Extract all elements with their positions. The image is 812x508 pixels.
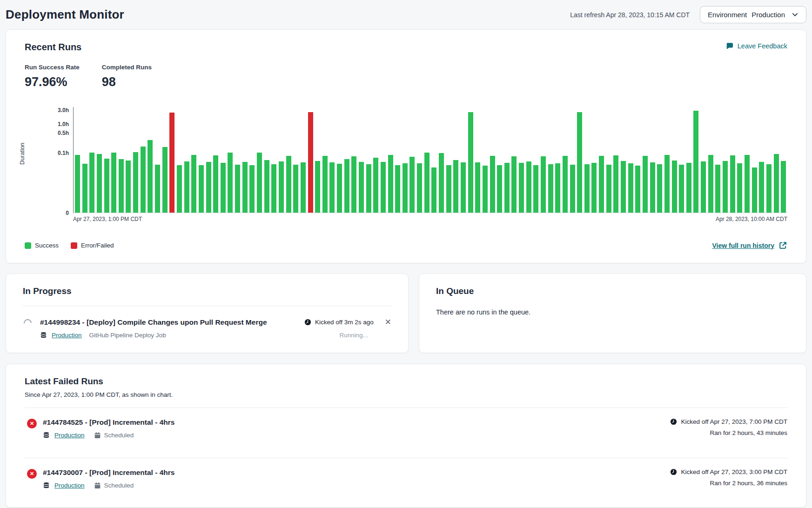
chart-bar[interactable] bbox=[199, 165, 204, 213]
close-icon[interactable]: ✕ bbox=[385, 318, 391, 326]
chart-bar[interactable] bbox=[686, 163, 691, 213]
chart-bar[interactable] bbox=[657, 164, 662, 213]
chart-bar[interactable] bbox=[359, 162, 364, 213]
chart-bar[interactable] bbox=[606, 165, 611, 213]
chart-bar[interactable] bbox=[555, 163, 560, 213]
chart-bar[interactable] bbox=[249, 165, 255, 213]
view-full-run-history-link[interactable]: View full run history bbox=[712, 241, 787, 250]
chart-bar[interactable] bbox=[148, 140, 153, 213]
chart-bar[interactable] bbox=[526, 161, 531, 213]
chart-bar[interactable] bbox=[206, 162, 211, 213]
chart-bar[interactable] bbox=[701, 161, 706, 213]
chart-bar[interactable] bbox=[75, 155, 80, 213]
chart-bar[interactable] bbox=[235, 165, 240, 213]
chart-bar[interactable] bbox=[431, 167, 436, 213]
chart-bar[interactable] bbox=[468, 112, 473, 213]
chart-bar[interactable] bbox=[424, 153, 429, 213]
chart-bar[interactable] bbox=[111, 153, 116, 213]
chart-bar[interactable] bbox=[511, 156, 517, 213]
chart-bar[interactable] bbox=[141, 147, 146, 213]
chart-bar[interactable] bbox=[446, 165, 451, 213]
chart-bar[interactable] bbox=[395, 165, 400, 213]
chart-bar[interactable] bbox=[417, 163, 422, 213]
chart-bar[interactable] bbox=[475, 162, 480, 213]
chart-bar[interactable] bbox=[301, 162, 306, 213]
chart-bar[interactable] bbox=[599, 156, 604, 213]
chart-bar[interactable] bbox=[504, 163, 510, 213]
chart-bar[interactable] bbox=[271, 164, 276, 213]
chart-bar[interactable] bbox=[104, 159, 109, 213]
chart-bar[interactable] bbox=[403, 163, 408, 213]
chart-bar[interactable] bbox=[723, 161, 728, 213]
chart-bar[interactable] bbox=[373, 158, 378, 213]
chart-bar[interactable] bbox=[490, 156, 495, 213]
chart-bar[interactable] bbox=[242, 162, 248, 213]
chart-bar[interactable] bbox=[177, 165, 182, 213]
chart-bar[interactable] bbox=[366, 164, 371, 213]
chart-bar[interactable] bbox=[257, 153, 262, 213]
chart-bar[interactable] bbox=[650, 162, 655, 213]
chart-bar[interactable] bbox=[693, 111, 698, 213]
chart-bar[interactable] bbox=[577, 112, 582, 213]
chart-bar[interactable] bbox=[126, 160, 131, 213]
chart-bar[interactable] bbox=[409, 157, 415, 213]
chart-bar[interactable] bbox=[308, 112, 313, 213]
chart-bar[interactable] bbox=[344, 159, 349, 213]
chart-bar[interactable] bbox=[329, 162, 335, 213]
chart-bar[interactable] bbox=[781, 161, 786, 213]
chart-bar[interactable] bbox=[591, 163, 597, 213]
chart-bar[interactable] bbox=[191, 155, 196, 213]
chart-bar[interactable] bbox=[213, 155, 218, 213]
chart-bar[interactable] bbox=[322, 156, 328, 213]
chart-bar[interactable] bbox=[737, 163, 742, 213]
chart-bar[interactable] bbox=[533, 165, 538, 213]
chart-bar[interactable] bbox=[351, 156, 356, 213]
chart-bar[interactable] bbox=[89, 153, 94, 213]
leave-feedback-link[interactable]: Leave Feedback bbox=[725, 42, 787, 50]
chart-bar[interactable] bbox=[570, 165, 575, 213]
chart-bar[interactable] bbox=[228, 153, 233, 213]
chart-bar[interactable] bbox=[563, 156, 568, 213]
chart-bar[interactable] bbox=[628, 163, 633, 213]
chart-bar[interactable] bbox=[439, 153, 444, 213]
chart-bar[interactable] bbox=[264, 160, 269, 213]
chart-bar[interactable] bbox=[97, 154, 102, 213]
environment-link[interactable]: Production bbox=[54, 482, 85, 489]
chart-bar[interactable] bbox=[519, 163, 524, 213]
chart-bar[interactable] bbox=[766, 164, 772, 213]
chart-bar[interactable] bbox=[381, 162, 386, 213]
chart-bar[interactable] bbox=[315, 161, 320, 213]
chart-bar[interactable] bbox=[613, 155, 618, 213]
environment-dropdown[interactable]: Environment Production bbox=[700, 6, 806, 23]
chart-bar[interactable] bbox=[133, 152, 138, 213]
chart-bar[interactable] bbox=[461, 162, 466, 213]
chart-bar[interactable] bbox=[497, 165, 502, 213]
chart-bar[interactable] bbox=[584, 164, 590, 213]
chart-bar[interactable] bbox=[715, 165, 720, 213]
chart-bar[interactable] bbox=[730, 155, 735, 213]
chart-bar[interactable] bbox=[453, 160, 458, 213]
chart-bar[interactable] bbox=[774, 154, 779, 213]
environment-link[interactable]: Production bbox=[52, 332, 82, 339]
chart-bar[interactable] bbox=[155, 165, 160, 213]
chart-bar[interactable] bbox=[169, 113, 174, 213]
chart-bar[interactable] bbox=[745, 155, 750, 213]
chart-bar[interactable] bbox=[286, 156, 291, 213]
chart-bar[interactable] bbox=[541, 156, 546, 213]
chart-bar[interactable] bbox=[708, 155, 713, 213]
environment-link[interactable]: Production bbox=[54, 432, 85, 439]
chart-bar[interactable] bbox=[119, 159, 124, 213]
chart-bar[interactable] bbox=[621, 161, 626, 213]
chart-bar[interactable] bbox=[388, 155, 393, 213]
chart-bar[interactable] bbox=[184, 161, 189, 213]
chart-bar[interactable] bbox=[293, 165, 298, 213]
chart-bar[interactable] bbox=[82, 164, 87, 213]
chart-bar[interactable] bbox=[643, 156, 648, 213]
chart-bar[interactable] bbox=[672, 160, 677, 213]
chart-bar[interactable] bbox=[664, 155, 670, 213]
chart-bar[interactable] bbox=[679, 165, 684, 213]
chart-bar[interactable] bbox=[483, 166, 488, 213]
chart-bar[interactable] bbox=[221, 163, 226, 213]
chart-bar[interactable] bbox=[759, 162, 764, 213]
chart-bar[interactable] bbox=[337, 164, 342, 213]
